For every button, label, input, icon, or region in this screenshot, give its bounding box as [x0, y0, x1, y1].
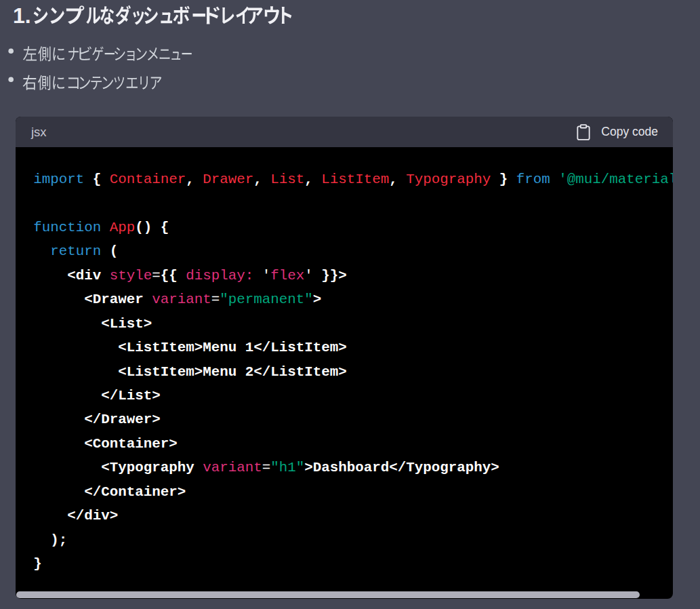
svg-text:1.: 1.	[13, 3, 31, 28]
